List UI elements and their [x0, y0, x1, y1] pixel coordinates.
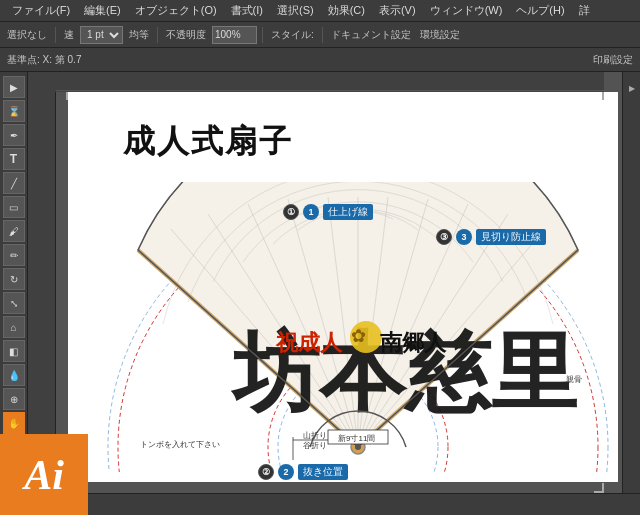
mode-speed[interactable]: 速: [61, 27, 77, 43]
menu-file[interactable]: ファイル(F): [6, 1, 76, 20]
svg-text:トンボを入れて下さい: トンボを入れて下さい: [140, 440, 220, 449]
menu-help[interactable]: ヘルプ(H): [510, 1, 570, 20]
ruler-vertical: [28, 72, 56, 493]
toolbox: ▶ ⌛ ✒ T ╱ ▭ 🖌 ✏ ↻ ⤡ ⌂ ◧ 💧 ⊕ ✋ ⊞: [0, 72, 28, 493]
menu-object[interactable]: オブジェクト(O): [129, 1, 223, 20]
svg-text:✿: ✿: [351, 326, 366, 346]
pencil-tool[interactable]: ✏: [3, 244, 25, 266]
callout-finish-line: ① 1 仕上げ線: [283, 204, 373, 220]
type-tool[interactable]: T: [3, 148, 25, 170]
ruler-horizontal: // ruler ticks: [56, 72, 604, 92]
callout-num-3: 3: [456, 229, 472, 245]
corner-br: [594, 483, 604, 493]
svg-text:谷折り: 谷折り: [303, 441, 327, 450]
paintbrush-tool[interactable]: 🖌: [3, 220, 25, 242]
canvas-area[interactable]: // ruler ticks 成人式扇子: [28, 72, 622, 493]
style-label: スタイル:: [268, 27, 317, 43]
right-panel-label: ▶: [627, 84, 636, 93]
separator4: [322, 27, 323, 43]
toolbar1: 選択なし 速 1 pt 均等 不透明度 スタイル: ドキュメント設定 環境設定: [0, 22, 640, 48]
svg-text:南郷人: 南郷人: [380, 329, 447, 355]
selection-label: 選択なし: [4, 27, 50, 43]
ai-logo: Ai: [0, 434, 88, 515]
toolbar2: 基準点: X: 第 0.7 印刷設定: [0, 48, 640, 72]
separator2: [157, 27, 158, 43]
statusbar: 手のひら: [0, 493, 640, 515]
coords-display: 基準点: X: 第 0.7: [4, 52, 84, 68]
scale-tool[interactable]: ⤡: [3, 292, 25, 314]
line-tool[interactable]: ╱: [3, 172, 25, 194]
callout-badge-2: ②: [258, 464, 274, 480]
callout-cut-position: ② 2 抜き位置: [258, 464, 348, 480]
callout-text-finish: 仕上げ線: [323, 204, 373, 220]
selection-tool[interactable]: ▶: [3, 76, 25, 98]
callout-bleed-line: ③ 3 見切り防止線: [436, 229, 546, 245]
callout-text-cut: 抜き位置: [298, 464, 348, 480]
menu-edit[interactable]: 編集(E): [78, 1, 127, 20]
svg-text:新9寸11間: 新9寸11間: [338, 434, 375, 443]
direct-select-tool[interactable]: ⌛: [3, 100, 25, 122]
print-label[interactable]: 印刷設定: [590, 52, 636, 68]
svg-text:親骨: 親骨: [566, 375, 582, 384]
menu-effect[interactable]: 効果(C): [322, 1, 371, 20]
menu-view[interactable]: 表示(V): [373, 1, 422, 20]
gradient-tool[interactable]: ◧: [3, 340, 25, 362]
eyedropper-tool[interactable]: 💧: [3, 364, 25, 386]
pen-tool[interactable]: ✒: [3, 124, 25, 146]
ruler-corner: [28, 72, 56, 92]
fan-artwork: 坊本慈里 祝成人 ✿ 南郷人 山折り 谷折り 新9寸11間: [88, 182, 622, 472]
mode-even: 均等: [126, 27, 152, 43]
right-panel: ▶: [622, 72, 640, 493]
svg-text:山折り: 山折り: [303, 431, 327, 440]
artboard: 成人式扇子: [68, 92, 618, 482]
menu-select[interactable]: 選択(S): [271, 1, 320, 20]
zoom-tool[interactable]: ⊕: [3, 388, 25, 410]
menu-type[interactable]: 書式(I): [225, 1, 269, 20]
callout-text-bleed: 見切り防止線: [476, 229, 546, 245]
opacity-input[interactable]: [212, 26, 257, 44]
svg-text:祝成人: 祝成人: [275, 329, 343, 355]
env-settings-btn[interactable]: 環境設定: [417, 27, 463, 43]
main-area: ▶ ⌛ ✒ T ╱ ▭ 🖌 ✏ ↻ ⤡ ⌂ ◧ 💧 ⊕ ✋ ⊞ // ruler…: [0, 72, 640, 493]
callout-badge-1: ①: [283, 204, 299, 220]
callout-badge-3: ③: [436, 229, 452, 245]
menu-detail[interactable]: 詳: [573, 1, 596, 20]
shape-tool[interactable]: ▭: [3, 196, 25, 218]
rotate-tool[interactable]: ↻: [3, 268, 25, 290]
callout-num-1: 1: [303, 204, 319, 220]
callout-num-2: 2: [278, 464, 294, 480]
separator1: [55, 27, 56, 43]
document-title: 成人式扇子: [123, 120, 293, 164]
hand-tool[interactable]: ✋: [3, 412, 25, 434]
opacity-label: 不透明度: [163, 27, 209, 43]
separator3: [262, 27, 263, 43]
menu-window[interactable]: ウィンドウ(W): [424, 1, 509, 20]
blend-tool[interactable]: ⌂: [3, 316, 25, 338]
doc-settings-btn[interactable]: ドキュメント設定: [328, 27, 414, 43]
stroke-width-select[interactable]: 1 pt: [80, 26, 123, 44]
menubar: ファイル(F) 編集(E) オブジェクト(O) 書式(I) 選択(S) 効果(C…: [0, 0, 640, 22]
